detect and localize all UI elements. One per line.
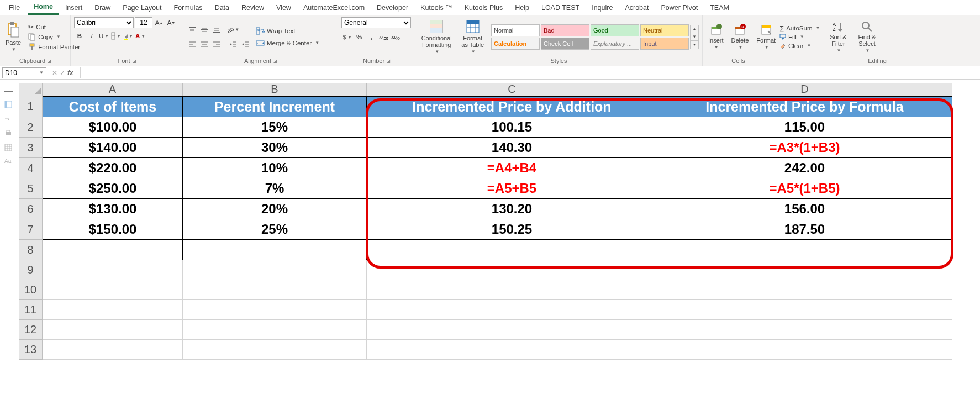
orientation-button[interactable]: ab▼: [228, 24, 239, 35]
cell[interactable]: [183, 280, 367, 300]
enter-formula-button[interactable]: ✓: [60, 69, 65, 77]
decrease-indent-button[interactable]: [228, 39, 239, 50]
font-color-button[interactable]: A▼: [135, 30, 146, 41]
style-check-cell[interactable]: Check Cell: [541, 38, 589, 50]
col-header-d[interactable]: D: [657, 83, 952, 96]
ribbon-tab-home[interactable]: Home: [28, 0, 59, 15]
cell[interactable]: 130.20: [367, 199, 657, 219]
col-header-b[interactable]: B: [183, 83, 367, 96]
table-header[interactable]: Percent Increment: [183, 96, 367, 117]
format-as-table-button[interactable]: Format as Table▼: [457, 18, 488, 55]
italic-button[interactable]: I: [86, 30, 97, 41]
row-header[interactable]: 11: [19, 300, 43, 320]
ribbon-tab-automateexcel-com[interactable]: AutomateExcel.com: [297, 1, 371, 14]
cut-button[interactable]: ✂Cut: [27, 23, 48, 31]
font-size-input[interactable]: [135, 17, 152, 28]
cell[interactable]: $100.00: [43, 117, 183, 138]
col-header-a[interactable]: A: [43, 83, 183, 96]
cell[interactable]: 100.15: [367, 117, 657, 138]
style-explanatory[interactable]: Explanatory ...: [591, 38, 639, 50]
nav-icon[interactable]: [4, 115, 13, 124]
increase-decimal-button[interactable]: .0.00: [378, 31, 389, 43]
cell[interactable]: 187.50: [657, 219, 952, 240]
borders-button[interactable]: ▼: [110, 30, 122, 41]
cell[interactable]: [43, 300, 183, 320]
cell[interactable]: =A3*(1+B3): [657, 138, 952, 158]
row-header[interactable]: 4: [19, 158, 43, 178]
cell[interactable]: 156.00: [657, 199, 952, 219]
insert-cells-button[interactable]: +Insert▼: [706, 23, 726, 51]
formula-input[interactable]: [80, 67, 980, 78]
ribbon-tab-formulas[interactable]: Formulas: [168, 1, 209, 14]
collapse-icon[interactable]: —: [4, 86, 13, 95]
row-header[interactable]: 9: [19, 260, 43, 280]
decrease-font-button[interactable]: A▼: [166, 17, 177, 28]
worksheet-grid[interactable]: A B C D 1 Cost of Items Percent Incremen…: [19, 83, 980, 410]
cell[interactable]: 242.00: [657, 158, 952, 178]
table-header[interactable]: Incremented Price by Addition: [367, 96, 657, 117]
select-all-corner[interactable]: [19, 83, 43, 96]
increase-indent-button[interactable]: [240, 39, 251, 50]
cell[interactable]: 15%: [183, 117, 367, 138]
fx-icon[interactable]: fx: [67, 69, 73, 77]
ribbon-tab-kutools-[interactable]: Kutools ™: [414, 1, 459, 14]
cell[interactable]: $220.00: [43, 158, 183, 178]
style-input[interactable]: Input: [640, 38, 689, 50]
style-normal[interactable]: Normal: [491, 24, 540, 36]
row-header[interactable]: 10: [19, 280, 43, 300]
bold-button[interactable]: B: [74, 30, 85, 41]
wrap-text-button[interactable]: abWrap Text: [254, 27, 297, 35]
cell[interactable]: [657, 320, 952, 340]
cell[interactable]: 30%: [183, 138, 367, 158]
ribbon-tab-load-test[interactable]: LOAD TEST: [535, 1, 586, 14]
dialog-launcher-icon[interactable]: ◢: [48, 59, 51, 64]
cell[interactable]: [183, 340, 367, 360]
cell[interactable]: $130.00: [43, 199, 183, 219]
style-good[interactable]: Good: [591, 24, 639, 36]
task-pane-icon[interactable]: [4, 101, 13, 109]
ribbon-tab-review[interactable]: Review: [235, 1, 270, 14]
name-box[interactable]: D10▼: [2, 67, 46, 78]
align-right-button[interactable]: [211, 39, 222, 50]
style-calculation[interactable]: Calculation: [491, 38, 540, 50]
cell[interactable]: 10%: [183, 158, 367, 178]
accounting-format-button[interactable]: $▼: [341, 31, 352, 43]
row-header[interactable]: 8: [19, 240, 43, 260]
ribbon-tab-help[interactable]: Help: [509, 1, 535, 14]
ribbon-tab-kutools-plus[interactable]: Kutools Plus: [459, 1, 509, 14]
font-name-select[interactable]: Calibri: [74, 17, 134, 28]
cell[interactable]: [367, 300, 657, 320]
cell[interactable]: 25%: [183, 219, 367, 240]
align-center-button[interactable]: [199, 39, 210, 50]
ribbon-tab-power-pivot[interactable]: Power Pivot: [655, 1, 704, 14]
cell[interactable]: $140.00: [43, 138, 183, 158]
ribbon-tab-developer[interactable]: Developer: [371, 1, 414, 14]
text-icon[interactable]: Aa: [4, 158, 13, 167]
grid-icon[interactable]: [4, 144, 13, 153]
cell-styles-gallery[interactable]: Normal Bad Good Neutral Calculation Chec…: [491, 24, 699, 50]
fill-color-button[interactable]: ▼: [123, 30, 134, 41]
cell[interactable]: [657, 260, 952, 280]
underline-button[interactable]: U▼: [98, 30, 109, 41]
row-header[interactable]: 5: [19, 178, 43, 199]
ribbon-tab-file[interactable]: File: [1, 1, 28, 14]
cancel-formula-button[interactable]: ✕: [52, 69, 57, 77]
table-header[interactable]: Cost of Items: [43, 96, 183, 117]
cell[interactable]: 7%: [183, 178, 367, 199]
find-select-button[interactable]: Find & Select▼: [855, 19, 879, 54]
increase-font-button[interactable]: A▲: [154, 17, 165, 28]
align-top-button[interactable]: [187, 24, 198, 35]
autosum-button[interactable]: ∑AutoSum▼: [778, 24, 821, 32]
cell[interactable]: [183, 320, 367, 340]
table-header[interactable]: Incremented Price by Formula: [657, 96, 952, 117]
comma-format-button[interactable]: ,: [366, 31, 377, 43]
style-neutral[interactable]: Neutral: [640, 24, 689, 36]
cell[interactable]: [43, 280, 183, 300]
cell[interactable]: [657, 340, 952, 360]
ribbon-tab-insert[interactable]: Insert: [59, 1, 88, 14]
merge-center-button[interactable]: Merge & Center▼: [254, 39, 321, 48]
row-header[interactable]: 6: [19, 199, 43, 219]
clear-button[interactable]: Clear▼: [778, 42, 813, 50]
cell[interactable]: $150.00: [43, 219, 183, 240]
row-header[interactable]: 1: [19, 96, 43, 117]
